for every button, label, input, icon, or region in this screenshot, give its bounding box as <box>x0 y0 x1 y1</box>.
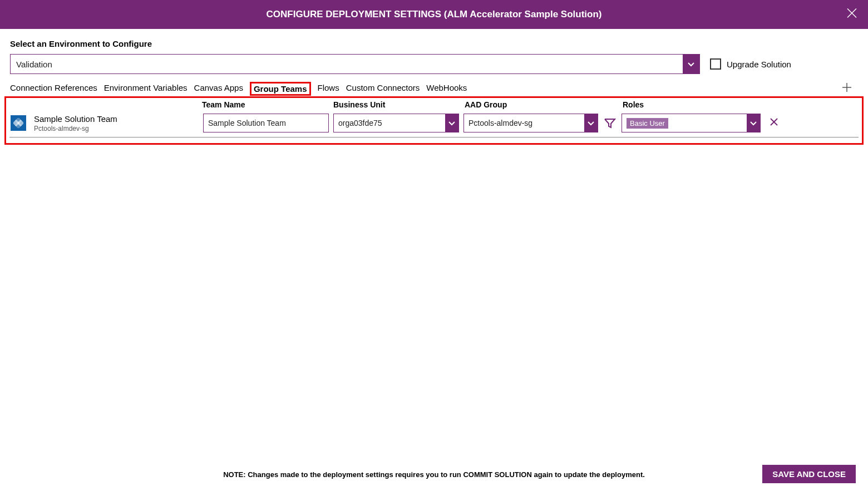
col-business-unit: Business Unit <box>333 100 465 109</box>
team-name-value: Sample Solution Team <box>208 119 286 127</box>
filter-icon[interactable] <box>603 116 617 130</box>
aad-group-value: Pctools-almdev-sg <box>468 119 532 127</box>
tab-custom-connectors[interactable]: Custom Connectors <box>346 82 420 96</box>
table-row: Sample Solution Team Pctools-almdev-sg S… <box>9 111 859 138</box>
row-info: Sample Solution Team Pctools-almdev-sg <box>34 114 199 132</box>
aad-group-select[interactable]: Pctools-almdev-sg <box>463 114 598 132</box>
team-icon <box>11 115 26 131</box>
dialog-title: CONFIGURE DEPLOYMENT SETTINGS (ALM Accel… <box>267 9 602 20</box>
tab-connection-references[interactable]: Connection References <box>10 82 97 96</box>
col-team-name: Team Name <box>202 100 333 109</box>
chevron-down-icon <box>747 114 760 132</box>
business-unit-value: orga03fde75 <box>338 119 382 127</box>
checkbox-icon <box>710 58 721 70</box>
row-display-sub: Pctools-almdev-sg <box>34 125 199 132</box>
environment-label: Select an Environment to Configure <box>10 39 858 48</box>
roles-select[interactable]: Basic User <box>622 114 761 132</box>
close-icon[interactable] <box>846 7 858 22</box>
tab-webhooks[interactable]: WebHooks <box>426 82 467 96</box>
environment-select[interactable]: Validation <box>10 54 700 74</box>
upgrade-solution-label: Upgrade Solution <box>727 60 791 69</box>
chevron-down-icon <box>584 114 598 132</box>
row-display-name: Sample Solution Team <box>34 114 199 124</box>
tab-flows[interactable]: Flows <box>318 82 339 96</box>
column-headers: Team Name Business Unit AAD Group Roles <box>9 100 859 111</box>
upgrade-solution-checkbox[interactable]: Upgrade Solution <box>710 58 791 70</box>
footer: NOTE: Changes made to the deployment set… <box>0 470 868 479</box>
tab-environment-variables[interactable]: Environment Variables <box>104 82 188 96</box>
add-row-button[interactable] <box>841 82 852 95</box>
save-and-close-button[interactable]: SAVE AND CLOSE <box>762 465 856 483</box>
team-name-input[interactable]: Sample Solution Team <box>203 114 329 132</box>
tab-group-teams[interactable]: Group Teams <box>250 82 311 96</box>
group-teams-panel: Team Name Business Unit AAD Group Roles … <box>4 96 864 145</box>
chevron-down-icon <box>445 114 458 132</box>
col-aad-group: AAD Group <box>465 100 623 109</box>
chevron-down-icon <box>683 55 699 73</box>
tab-canvas-apps[interactable]: Canvas Apps <box>194 82 243 96</box>
environment-select-value: Validation <box>16 60 52 69</box>
dialog-header: CONFIGURE DEPLOYMENT SETTINGS (ALM Accel… <box>0 0 868 29</box>
business-unit-select[interactable]: orga03fde75 <box>333 114 459 132</box>
tabs: Connection References Environment Variab… <box>10 82 467 96</box>
footer-note: NOTE: Changes made to the deployment set… <box>223 470 645 479</box>
col-roles: Roles <box>623 100 734 109</box>
role-tag: Basic User <box>627 118 668 129</box>
delete-row-button[interactable] <box>768 116 780 130</box>
